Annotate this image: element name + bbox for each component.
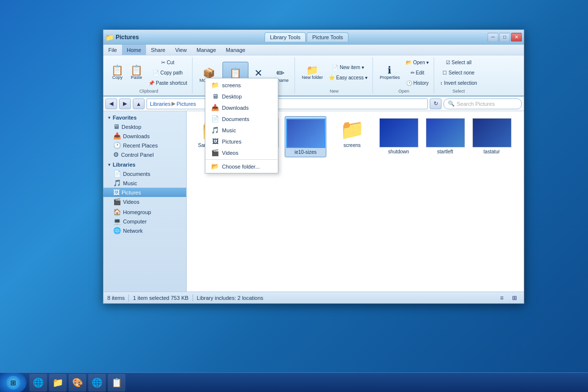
sidebar: ▼ Favorites 🖥 Desktop 📥 Downloads 🕐 Rece… (103, 111, 187, 292)
dropdown-documents[interactable]: 📄 Documents (205, 113, 278, 124)
sidebar-item-videos[interactable]: 🎬 Videos (103, 197, 186, 206)
tab-picture-tools[interactable]: Picture Tools (307, 32, 348, 42)
back-button[interactable]: ◀ (105, 98, 117, 109)
menu-view[interactable]: View (170, 45, 192, 55)
sidebar-item-music[interactable]: 🎵 Music (103, 178, 186, 188)
search-placeholder: Search Pictures (457, 101, 495, 107)
forward-button[interactable]: ▶ (119, 98, 131, 109)
menu-home[interactable]: Home (122, 45, 146, 55)
dropdown-downloads-icon: 📥 (211, 104, 219, 111)
paste-button[interactable]: 📋 Paste (127, 59, 146, 86)
new-folder-icon: 📁 (306, 65, 318, 75)
select-small-group: ☑ Select all ☐ Select none ↕ Invert sele… (438, 57, 479, 88)
file-name-tastatur: tastatur (484, 149, 500, 154)
new-item-button[interactable]: 📄 New item ▾ (327, 63, 369, 73)
sidebar-item-computer[interactable]: 💻 Computer (103, 217, 186, 226)
menu-file[interactable]: File (103, 45, 122, 55)
taskbar: ⊞ 🌐 📁 🎨 🌐 📋 (0, 372, 588, 392)
start-button[interactable]: ⊞ (0, 373, 26, 392)
dropdown-desktop[interactable]: 🖥 Desktop (205, 91, 278, 102)
list-view-button[interactable]: ≡ (496, 294, 507, 302)
file-item-screens[interactable]: 📁 screens (331, 116, 373, 157)
file-item-ie10-sizes[interactable]: ie10-sizes (285, 116, 326, 157)
select-none-button[interactable]: ☐ Select none (438, 68, 479, 77)
menu-manage-2[interactable]: Manage (221, 45, 250, 55)
invert-selection-button[interactable]: ↕ Invert selection (438, 78, 479, 88)
ribbon-group-open: ℹ Properties 📂 Open ▾ ✏ Edit (374, 57, 434, 94)
up-button[interactable]: ▲ (133, 98, 145, 109)
address-bar: ◀ ▶ ▲ Libraries ▶ Pictures ↻ 🔍 Search Pi… (103, 97, 524, 111)
menu-share[interactable]: Share (146, 45, 170, 55)
grid-view-button[interactable]: ⊞ (509, 294, 520, 302)
view-controls: ≡ ⊞ (496, 294, 520, 302)
refresh-button[interactable]: ↻ (430, 98, 441, 109)
sidebar-item-pictures[interactable]: 🖼 Pictures (103, 188, 186, 197)
properties-button[interactable]: ℹ Properties (377, 59, 403, 86)
new-folder-button[interactable]: 📁 New folder (299, 59, 326, 86)
libraries-header[interactable]: ▼ Libraries (103, 160, 186, 169)
breadcrumb-pictures[interactable]: Pictures (176, 101, 196, 107)
cut-button[interactable]: ✂ Cut (147, 57, 189, 67)
sidebar-item-documents[interactable]: 📄 Documents (103, 169, 186, 178)
copy-to-dropdown: 📁 screens 🖥 Desktop 📥 Downloads 📄 Docume… (205, 78, 278, 173)
copy-path-button[interactable]: 📄 Copy path (147, 68, 189, 77)
sidebar-item-desktop[interactable]: 🖥 Desktop (103, 122, 186, 131)
taskbar-ie[interactable]: 🌐 (29, 374, 47, 392)
select-all-button[interactable]: ☑ Select all (438, 57, 479, 67)
status-sep-2 (193, 294, 193, 301)
menu-bar: File Home Share View Manage Manage (103, 45, 524, 55)
file-item-shutdown[interactable]: shutdown (378, 116, 419, 157)
copy-button[interactable]: 📋 Copy (108, 59, 126, 86)
start-icon: ⊞ (6, 376, 20, 390)
sidebar-item-network[interactable]: 🌐 Network (103, 226, 186, 235)
edit-button[interactable]: ✏ Edit (404, 68, 431, 77)
address-path[interactable]: Libraries ▶ Pictures (147, 98, 428, 109)
file-item-tastatur[interactable]: tastatur (471, 116, 513, 157)
sidebar-item-control-panel[interactable]: ⚙ Control Panel (103, 150, 186, 159)
taskbar-explorer[interactable]: 📁 (49, 374, 67, 392)
dropdown-downloads[interactable]: 📥 Downloads (205, 102, 278, 113)
title-tabs: Library Tools Picture Tools (265, 32, 348, 42)
dropdown-divider (205, 159, 278, 160)
minimize-button[interactable]: ─ (488, 33, 498, 42)
dropdown-videos[interactable]: 🎬 Videos (205, 147, 278, 158)
menu-manage-1[interactable]: Manage (192, 45, 221, 55)
desktop: 📁 Pictures Library Tools Picture Tools ─… (0, 0, 588, 392)
dropdown-choose-folder[interactable]: 📂 Choose folder... (205, 161, 278, 172)
sidebar-item-recent[interactable]: 🕐 Recent Places (103, 141, 186, 150)
paste-shortcut-button[interactable]: 📌 Paste shortcut (147, 78, 189, 88)
tab-library-tools[interactable]: Library Tools (265, 32, 306, 42)
dropdown-screens[interactable]: 📁 screens (205, 79, 278, 91)
taskbar-network[interactable]: 🌐 (88, 374, 106, 392)
breadcrumb-libraries[interactable]: Libraries (150, 101, 171, 107)
history-button[interactable]: 🕐 History (404, 78, 431, 88)
file-name-startleft: startleft (437, 149, 453, 154)
sidebar-item-homegroup[interactable]: 🏠 Homegroup (103, 207, 186, 217)
music-icon: 🎵 (113, 179, 121, 187)
close-button[interactable]: ✕ (511, 33, 522, 42)
dropdown-documents-icon: 📄 (211, 115, 219, 122)
libraries-section: ▼ Libraries 📄 Documents 🎵 Music 🖼 Pictur… (103, 160, 186, 206)
dropdown-music[interactable]: 🎵 Music (205, 124, 278, 136)
maximize-button[interactable]: □ (499, 33, 510, 42)
taskbar-paint[interactable]: 🎨 (69, 374, 86, 392)
dropdown-pictures[interactable]: 🖼 Pictures (205, 136, 278, 147)
ribbon: 📋 Copy 📋 Paste ✂ Cut (103, 55, 524, 97)
dropdown-desktop-icon: 🖥 (211, 93, 219, 100)
favorites-section: ▼ Favorites 🖥 Desktop 📥 Downloads 🕐 Rece… (103, 113, 186, 159)
select-label: Select (438, 89, 479, 94)
taskbar-misc[interactable]: 📋 (108, 374, 125, 392)
easy-access-button[interactable]: ⭐ Easy access ▾ (327, 73, 369, 83)
search-box[interactable]: 🔍 Search Pictures (443, 98, 522, 109)
file-item-startleft[interactable]: startleft (424, 116, 466, 157)
main-content: ▼ Favorites 🖥 Desktop 📥 Downloads 🕐 Rece… (103, 111, 524, 292)
history-icon: 🕐 (406, 80, 412, 86)
thumb-tastatur (472, 118, 512, 147)
sidebar-item-downloads[interactable]: 📥 Downloads (103, 131, 186, 141)
title-bar-icon: 📁 (105, 33, 114, 41)
open-button[interactable]: 📂 Open ▾ (404, 57, 431, 67)
control-panel-icon: ⚙ (113, 151, 119, 158)
favorites-header[interactable]: ▼ Favorites (103, 113, 186, 122)
search-icon: 🔍 (448, 100, 455, 107)
new-small-group: 📄 New item ▾ ⭐ Easy access ▾ (327, 63, 369, 83)
